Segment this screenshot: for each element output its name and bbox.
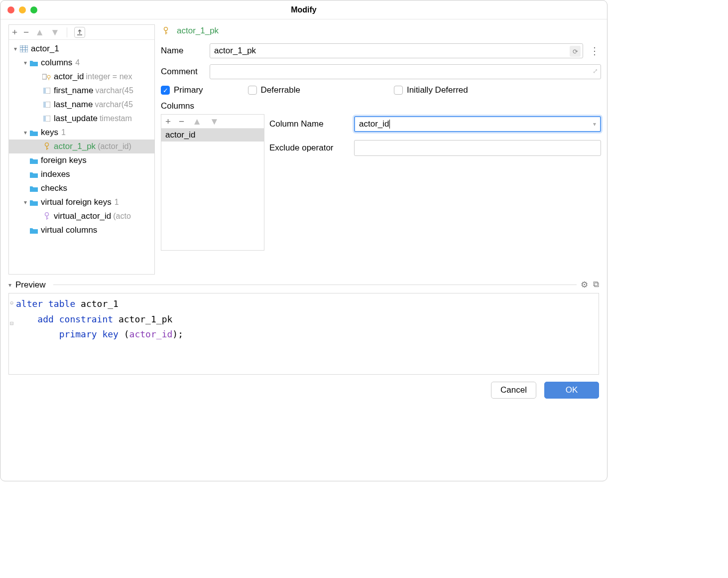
column-name-combobox[interactable]: actor_id ▾ <box>354 116 601 132</box>
tree-node-foreign-keys[interactable]: foreign keys <box>9 153 154 167</box>
column-list-item[interactable]: actor_id <box>161 129 264 142</box>
chevron-down-icon[interactable]: ▾ <box>12 45 19 52</box>
divider <box>53 285 577 285</box>
tree-node-meta: (acto <box>113 212 131 221</box>
flags-row: ✓ Primary Deferrable Initially Deferred <box>161 85 601 95</box>
text-caret <box>389 120 390 129</box>
tree-node-meta: timestam <box>100 114 132 123</box>
folder-icon <box>29 227 39 234</box>
move-down-button[interactable]: ▼ <box>50 27 60 37</box>
move-column-down-button[interactable]: ▼ <box>210 117 219 126</box>
exclude-operator-input[interactable] <box>354 140 601 156</box>
svg-rect-13 <box>43 116 46 122</box>
column-icon <box>42 88 52 94</box>
tree-node-label: keys <box>41 128 58 138</box>
key-virtual-icon <box>42 212 52 220</box>
count-badge: 1 <box>115 198 119 207</box>
tree-node-label: virtual_actor_id <box>54 211 111 221</box>
tree-node-columns[interactable]: ▾ columns 4 <box>9 56 154 70</box>
cancel-button[interactable]: Cancel <box>491 382 536 399</box>
preview-section: ▾ Preview ⚙ ⧉ ⊖⊟ alter table actor_1 add… <box>8 280 599 375</box>
column-icon <box>42 102 52 108</box>
tree-node-keys[interactable]: ▾ keys 1 <box>9 126 154 140</box>
tree-node-column[interactable]: last_name varchar(45 <box>9 98 154 112</box>
expand-icon[interactable]: ⤢ <box>593 67 598 75</box>
columns-list: + − ▲ ▼ actor_id <box>161 114 264 251</box>
columns-toolbar: + − ▲ ▼ <box>161 115 264 129</box>
svg-point-17 <box>45 213 49 216</box>
preview-header: ▾ Preview ⚙ ⧉ <box>8 280 599 290</box>
folder-icon <box>29 157 39 164</box>
structure-tree-pane: + − ▲ ▼ ▾ actor_1 ▾ columns 4 <box>8 24 155 275</box>
tree-node-virtual-key[interactable]: virtual_actor_id (acto <box>9 209 154 223</box>
count-badge: 1 <box>61 128 66 137</box>
count-badge: 4 <box>75 58 80 67</box>
primary-checkbox[interactable]: ✓ Primary <box>161 85 203 95</box>
columns-section-label: Columns <box>161 101 601 111</box>
refresh-icon[interactable]: ⟳ <box>570 46 581 57</box>
chevron-down-icon[interactable]: ▾ <box>22 199 29 206</box>
name-label: Name <box>161 46 210 56</box>
open-external-icon[interactable]: ⧉ <box>593 280 599 290</box>
tree-node-label: columns <box>41 58 72 68</box>
name-input-value: actor_1_pk <box>214 46 256 56</box>
chevron-down-icon[interactable]: ▾ <box>8 282 11 289</box>
comment-label: Comment <box>161 67 210 77</box>
gutter: ⊖⊟ <box>10 296 15 371</box>
chevron-down-icon[interactable]: ▾ <box>22 129 29 136</box>
gear-icon[interactable]: ⚙ <box>581 280 588 290</box>
tree-node-label: first_name <box>54 86 93 96</box>
titlebar: Modify <box>0 0 607 19</box>
tree-node-checks[interactable]: checks <box>9 181 154 195</box>
tree-node-indexes[interactable]: indexes <box>9 167 154 181</box>
column-pk-icon <box>42 73 52 80</box>
move-column-up-button[interactable]: ▲ <box>192 117 202 126</box>
folder-icon <box>29 185 39 192</box>
folder-icon <box>29 199 39 206</box>
tree-node-label: virtual columns <box>41 225 97 235</box>
add-node-button[interactable]: + <box>12 27 17 37</box>
import-button[interactable] <box>74 27 85 38</box>
table-icon <box>19 45 29 52</box>
primary-label: Primary <box>174 85 203 95</box>
more-menu-button[interactable]: ⋮ <box>588 43 601 58</box>
svg-rect-0 <box>20 45 28 52</box>
ok-button[interactable]: OK <box>544 382 599 399</box>
remove-column-button[interactable]: − <box>179 117 184 126</box>
structure-tree[interactable]: ▾ actor_1 ▾ columns 4 actor_id integer =… <box>9 40 154 274</box>
column-list-item-label: actor_id <box>165 130 195 140</box>
comment-input[interactable]: ⤢ <box>210 64 601 79</box>
toolbar-separator <box>67 27 67 37</box>
key-icon <box>161 27 171 35</box>
name-input[interactable]: actor_1_pk ⟳ <box>210 43 583 58</box>
column-name-value: actor_id <box>359 119 389 129</box>
tree-node-virtual-fk[interactable]: ▾ virtual foreign keys 1 <box>9 195 154 209</box>
tree-node-column[interactable]: first_name varchar(45 <box>9 84 154 98</box>
remove-node-button[interactable]: − <box>23 27 29 37</box>
dialog-footer: Cancel OK <box>0 375 607 406</box>
svg-rect-11 <box>43 102 46 108</box>
add-column-button[interactable]: + <box>165 117 171 126</box>
breadcrumb-item[interactable]: actor_1_pk <box>177 26 219 36</box>
sql-text: alter table actor_1 add constraint actor… <box>15 296 596 371</box>
tree-node-label: checks <box>41 183 67 193</box>
tree-node-table[interactable]: ▾ actor_1 <box>9 42 154 56</box>
tree-node-meta: varchar(45 <box>95 100 132 109</box>
columns-items[interactable]: actor_id <box>161 129 264 250</box>
deferrable-checkbox[interactable]: Deferrable <box>248 85 300 95</box>
initially-deferred-checkbox[interactable]: Initially Deferred <box>394 85 468 95</box>
tree-node-label: virtual foreign keys <box>41 197 112 207</box>
svg-rect-9 <box>43 88 46 94</box>
deferrable-label: Deferrable <box>261 85 300 95</box>
tree-node-key[interactable]: actor_1_pk (actor_id) <box>9 140 154 153</box>
svg-rect-5 <box>42 74 46 79</box>
chevron-down-icon[interactable]: ▾ <box>22 59 29 66</box>
tree-node-column[interactable]: actor_id integer = nex <box>9 70 154 84</box>
svg-point-14 <box>45 143 49 146</box>
sql-preview[interactable]: ⊖⊟ alter table actor_1 add constraint ac… <box>8 293 599 375</box>
tree-node-column[interactable]: last_update timestam <box>9 112 154 126</box>
move-up-button[interactable]: ▲ <box>35 27 44 37</box>
chevron-down-icon[interactable]: ▾ <box>593 121 596 128</box>
tree-node-virtual-columns[interactable]: virtual columns <box>9 223 154 237</box>
exclude-operator-row: Exclude operator <box>269 140 601 156</box>
